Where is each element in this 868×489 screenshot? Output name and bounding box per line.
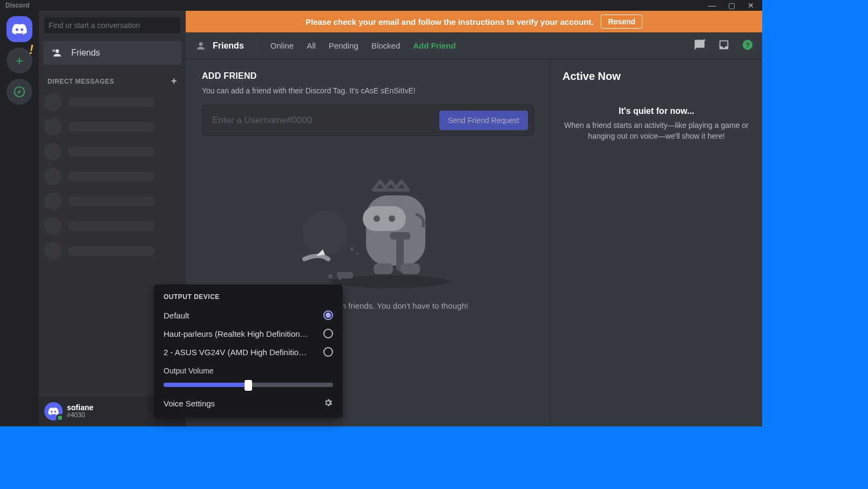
tab-all[interactable]: All [307, 41, 316, 50]
friends-heading: Friends [213, 41, 244, 51]
friends-icon [194, 40, 207, 51]
home-server-button[interactable] [6, 16, 32, 42]
dm-placeholder [44, 118, 180, 135]
new-group-dm-button[interactable]: + [693, 39, 706, 53]
active-quiet-heading: It's quiet for now... [562, 106, 750, 116]
dm-placeholder [44, 242, 180, 260]
output-volume-label: Output Volume [164, 366, 333, 375]
svg-rect-11 [374, 263, 393, 274]
voice-settings-button[interactable]: Voice Settings [164, 398, 333, 409]
friend-input-wrap: Send Friend Request [202, 105, 534, 136]
discord-window: Discord — ▢ ✕ ＋ ! [0, 0, 762, 426]
svg-text:?: ? [745, 40, 750, 49]
dm-placeholder [44, 193, 180, 210]
app-title: Discord [2, 2, 30, 9]
friends-icon [51, 47, 64, 58]
radio-icon [323, 347, 333, 357]
svg-point-7 [374, 215, 380, 222]
alert-icon: ! [29, 42, 33, 57]
sidebar-item-friends[interactable]: Friends [43, 41, 181, 65]
dm-header-label: DIRECT MESSAGES [48, 78, 114, 85]
active-quiet-text: When a friend starts an activity—like pl… [562, 120, 750, 141]
dm-placeholder [44, 143, 180, 160]
option-label: 2 - ASUS VG24V (AMD High Definition A... [164, 348, 309, 357]
username: sofiane [67, 404, 93, 412]
compass-icon [13, 86, 25, 98]
voice-settings-label: Voice Settings [164, 399, 215, 408]
wumpus-illustration [271, 168, 465, 293]
add-server-button[interactable]: ＋ ! [6, 47, 32, 73]
help-button[interactable]: ? [742, 39, 754, 53]
tab-pending[interactable]: Pending [329, 41, 358, 50]
resend-button[interactable]: Resend [601, 15, 642, 29]
active-now-title: Active Now [562, 70, 750, 83]
avatar[interactable] [44, 402, 63, 420]
svg-rect-13 [303, 212, 347, 255]
radio-icon [323, 310, 333, 320]
svg-rect-10 [390, 232, 410, 240]
verify-banner: Please check your email and follow the i… [186, 11, 762, 32]
svg-text:+: + [703, 39, 706, 43]
add-friend-subtitle: You can add a friend with their Discord … [202, 86, 534, 95]
status-dot [56, 414, 64, 422]
help-icon: ? [742, 39, 754, 51]
svg-rect-12 [401, 263, 420, 274]
send-friend-request-button[interactable]: Send Friend Request [439, 111, 528, 130]
gear-icon [323, 398, 333, 409]
inbox-button[interactable] [718, 39, 730, 53]
svg-rect-19 [337, 272, 353, 279]
option-label: Haut-parleurs (Realtek High Definition A… [164, 329, 309, 338]
search-placeholder: Find or start a conversation [49, 21, 140, 30]
active-now-panel: Active Now It's quiet for now... When a … [551, 59, 762, 426]
output-option-asus[interactable]: 2 - ASUS VG24V (AMD High Definition A... [164, 343, 333, 361]
add-friend-title: ADD FRIEND [202, 71, 534, 81]
titlebar: Discord — ▢ ✕ [0, 0, 762, 11]
dm-list [39, 90, 186, 263]
friends-label: Friends [71, 48, 100, 58]
create-dm-button[interactable]: + [171, 76, 177, 87]
maximize-icon[interactable]: ▢ [727, 1, 736, 10]
top-nav: Friends Online All Pending Blocked Add F… [186, 32, 762, 59]
server-rail: ＋ ! [0, 11, 39, 426]
tab-blocked[interactable]: Blocked [371, 41, 400, 50]
slider-fill [164, 383, 248, 387]
minimize-icon[interactable]: — [707, 1, 717, 10]
tab-add-friend[interactable]: Add Friend [413, 41, 456, 50]
output-option-default[interactable]: Default [164, 306, 333, 324]
slider-thumb[interactable] [245, 380, 252, 391]
discord-logo-icon [12, 24, 27, 35]
popup-header: OUTPUT DEVICE [164, 293, 333, 301]
conversation-search[interactable]: Find or start a conversation [44, 17, 180, 33]
close-icon[interactable]: ✕ [746, 1, 756, 10]
explore-servers-button[interactable] [6, 79, 32, 105]
output-volume-slider[interactable] [164, 383, 333, 387]
inbox-icon [718, 39, 730, 51]
banner-text: Please check your email and follow the i… [306, 17, 593, 26]
radio-icon [323, 329, 333, 338]
dm-placeholder [44, 218, 180, 235]
user-tag: #4030 [67, 412, 93, 419]
svg-point-15 [328, 274, 333, 279]
option-label: Default [164, 311, 189, 320]
tab-online[interactable]: Online [270, 41, 294, 50]
svg-point-17 [350, 248, 354, 251]
svg-point-8 [389, 215, 395, 222]
dm-placeholder [44, 168, 180, 185]
output-option-realtek[interactable]: Haut-parleurs (Realtek High Definition A… [164, 324, 333, 343]
dm-placeholder [44, 93, 180, 111]
svg-point-18 [356, 253, 358, 255]
friend-tag-input[interactable] [212, 115, 439, 126]
discord-logo-icon [48, 408, 59, 415]
chat-plus-icon: + [693, 39, 706, 51]
output-device-popup: OUTPUT DEVICE Default Haut-parleurs (Rea… [154, 284, 343, 418]
svg-rect-6 [363, 206, 406, 231]
